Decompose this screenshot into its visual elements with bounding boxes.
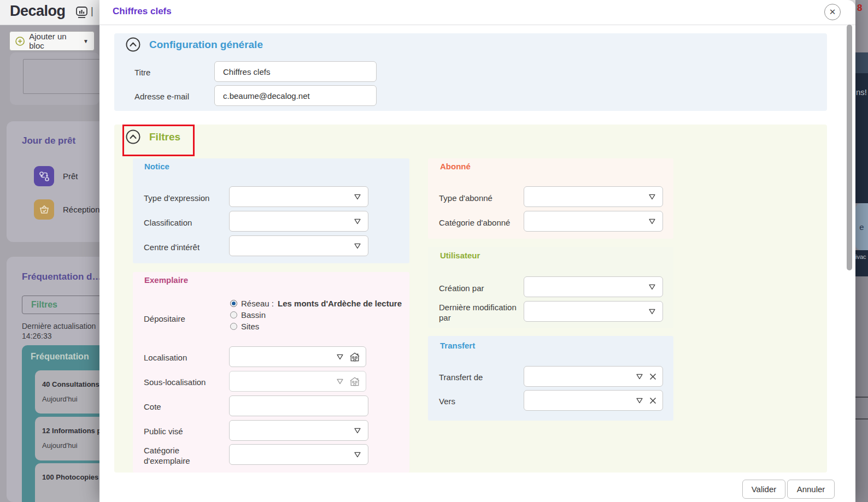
dropdown-triangle-icon[interactable] [635,371,644,381]
dropdown-triangle-icon[interactable] [353,450,362,459]
radio-icon [230,323,237,330]
list-item[interactable]: Réception [34,199,100,220]
radio-sites[interactable]: Sites [230,321,402,332]
panel-title: Utilisateur [440,251,480,260]
dropdown-triangle-icon[interactable] [647,306,657,316]
public-vise-field [229,420,368,441]
field-label: Type d'expression [144,193,226,203]
categorie-abonne-field [524,211,663,232]
dropdown-triangle-icon[interactable] [647,192,657,202]
modal-titlebar [99,0,855,25]
transfert-de-field [524,366,663,387]
right-edge-text-fragment: ivac [855,253,866,260]
field-label: Catégorie d'exemplaire [144,445,209,466]
right-edge-divider [855,397,868,398]
dropdown-triangle-icon[interactable] [335,352,345,362]
field-label: Sous-localisation [144,377,206,387]
card-title: Jour de prêt [22,135,75,146]
dropdown-triangle-icon[interactable] [647,216,657,226]
field-label: Titre [134,67,150,78]
transfert-de-input[interactable] [524,372,635,381]
field-label: Type d'abonné [439,193,492,203]
list-item-label: Réception [63,205,100,214]
dropdown-triangle-icon[interactable] [353,192,362,202]
list-item-label: Prêt [63,172,78,181]
validate-button[interactable]: Valider [742,480,785,499]
field-label: Dernière modification par [439,302,521,323]
classification-field [229,211,368,232]
reception-basket-icon [34,199,54,220]
modal-title: Chiffres clefs [113,6,172,17]
creation-par-input[interactable] [524,282,647,292]
list-item[interactable]: Prêt [34,166,78,186]
close-icon[interactable]: ✕ [824,4,841,20]
panel-transfert: Transfert Transfert de Vers [428,336,673,421]
centre-interet-field [229,235,368,256]
annotation-highlight-box [122,125,195,156]
centre-interet-input[interactable] [230,241,353,251]
clear-x-icon[interactable] [649,397,657,405]
derniere-modif-input[interactable] [524,307,647,316]
cancel-button[interactable]: Annuler [787,480,835,499]
radio-selected-icon [230,300,237,307]
localisation-field [229,346,366,367]
dropdown-triangle-icon[interactable] [353,241,362,251]
titre-input[interactable] [215,67,371,76]
right-edge-block [855,52,868,73]
collapse-chevron-icon[interactable] [126,37,140,52]
dashboard-icon[interactable] [75,6,88,19]
classification-input[interactable] [230,217,353,226]
field-label: Dépositaire [144,314,185,324]
modal-scrollbar-thumb[interactable] [847,25,852,270]
dropdown-triangle-icon [335,376,345,386]
field-label: Adresse e-mail [134,91,189,102]
card-title: Fréquentation d… [22,271,101,282]
section-title: Configuration générale [149,39,263,51]
dropdown-triangle-icon[interactable] [635,395,644,405]
titre-field [214,61,377,82]
derniere-modif-field [524,301,663,322]
sous-localisation-field [229,371,366,392]
categorie-exemplaire-input[interactable] [230,450,353,459]
localisation-input[interactable] [230,352,335,362]
clear-x-icon[interactable] [649,373,657,381]
public-vise-input[interactable] [230,426,353,435]
email-input[interactable] [215,91,371,101]
panel-title: Fréquentation [31,352,89,362]
right-edge-button-fragment: e [855,203,868,250]
field-label: Catégorie d'abonné [439,217,510,228]
panel-title: Transfert [440,341,475,350]
dropdown-triangle-icon[interactable] [647,282,657,292]
type-abonne-input[interactable] [524,192,647,202]
add-block-label: Ajouter un bloc [29,32,79,50]
categorie-exemplaire-field [229,444,368,465]
add-block-button[interactable]: Ajouter un bloc ▼ [9,31,95,51]
vers-input[interactable] [524,396,635,405]
caret-down-icon: ▼ [83,38,89,44]
app-logo: Decalog [10,3,66,20]
dropdown-triangle-icon[interactable] [353,426,362,435]
field-label: Création par [439,283,484,293]
panel-title: Notice [144,162,169,171]
loan-flow-icon [34,166,54,186]
field-label: Centre d'intérêt [144,242,226,252]
notification-badge: 8 [857,3,862,14]
field-label: Vers [439,396,455,406]
right-edge-block [855,276,868,502]
type-expression-input[interactable] [230,192,353,202]
field-label: Localisation [144,352,187,363]
panel-title: Abonné [440,162,471,171]
dropdown-triangle-icon[interactable] [353,216,362,226]
radio-bassin[interactable]: Bassin [230,309,402,321]
building-icon[interactable] [349,352,360,362]
field-label: Classification [144,217,226,228]
header-divider: | [91,5,93,17]
type-expression-field [229,186,368,207]
categorie-abonne-input[interactable] [524,217,647,226]
panel-utilisateur: Utilisateur Création par Dernière modifi… [428,247,673,328]
radio-reseau[interactable]: Réseau : Les monts d'Ardèche de lecture [230,298,402,309]
cote-field [229,395,368,416]
creation-par-field [524,276,663,297]
cote-input[interactable] [230,401,362,411]
sous-localisation-input[interactable] [230,377,335,386]
